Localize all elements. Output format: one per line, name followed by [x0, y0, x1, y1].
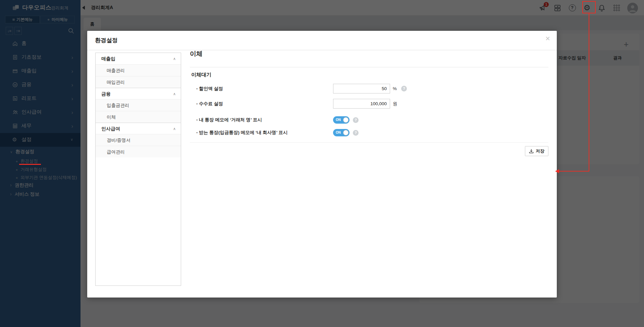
- form-row-my-memo: - 내 통장 메모에 ‘거래처 명’ 표시 ON ?: [190, 115, 548, 125]
- field-label: - 내 통장 메모에 ‘거래처 명’ 표시: [196, 115, 262, 125]
- field-label: - 할인액 설정: [196, 84, 223, 93]
- modal-content: 이체 이체대기 - 할인액 설정 % ? - 수수료 설정 원 - 내 통장 메…: [190, 31, 548, 298]
- unit-label: 원: [393, 99, 397, 109]
- modal-menu-group-sales[interactable]: 매출입: [96, 53, 181, 64]
- save-icon: [529, 149, 534, 153]
- field-label: - 받는 통장(입금통장) 메모에 ‘내 회사명’ 표시: [196, 128, 287, 137]
- title-divider: [190, 67, 548, 67]
- modal-menu-item-expense-cert[interactable]: 경비/증명서: [96, 134, 181, 146]
- save-button-label: 저장: [536, 148, 544, 154]
- annotation-arrowhead: [555, 169, 559, 173]
- form-row-discount: - 할인액 설정 % ?: [190, 84, 548, 94]
- annotation-gear-highlight-rect: [582, 1, 596, 13]
- fee-input[interactable]: [333, 99, 390, 109]
- modal-menu-item-sales-mgmt[interactable]: 매출관리: [96, 64, 181, 76]
- discount-input[interactable]: [333, 84, 390, 93]
- section-title: 이체대기: [191, 72, 211, 78]
- modal-side-menu: 매출입 매출관리 매입관리 금융 입출금관리 이체 인사급여 경비/증명서 급여…: [95, 53, 181, 286]
- modal-menu-item-transfer[interactable]: 이체: [96, 111, 181, 123]
- annotation-vertical-line: [589, 13, 589, 171]
- modal-menu-group-label: 매출입: [101, 56, 115, 61]
- content-divider: [190, 142, 548, 143]
- modal-menu-item-deposit-withdrawal[interactable]: 입출금관리: [96, 99, 181, 111]
- form-row-recipient-memo: - 받는 통장(입금통장) 메모에 ‘내 회사명’ 표시 ON ?: [190, 128, 548, 138]
- unit-label: %: [393, 84, 397, 93]
- modal-menu-item-payroll-mgmt[interactable]: 급여관리: [96, 146, 181, 157]
- modal-menu-group-hr-payroll[interactable]: 인사급여: [96, 123, 181, 134]
- field-label: - 수수료 설정: [196, 99, 223, 109]
- help-icon[interactable]: ?: [401, 86, 407, 91]
- toggle-state-label: ON: [336, 118, 341, 122]
- toggle-knob: [343, 130, 348, 135]
- toggle-knob: [343, 117, 348, 123]
- toggle-my-memo[interactable]: ON: [333, 116, 350, 124]
- annotation-underline-env-settings: [19, 164, 41, 165]
- modal-menu-group-finance[interactable]: 금융: [96, 88, 181, 99]
- content-title: 이체: [190, 50, 203, 58]
- modal-title: 환경설정: [95, 37, 118, 44]
- modal-menu-group-label: 인사급여: [101, 126, 120, 131]
- annotation-horizontal-line: [559, 171, 589, 172]
- modal-menu-group-label: 금융: [101, 91, 111, 96]
- toggle-recipient-memo[interactable]: ON: [333, 129, 350, 136]
- form-row-fee: - 수수료 설정 원: [190, 99, 548, 109]
- save-button[interactable]: 저장: [525, 146, 548, 156]
- toggle-state-label: ON: [336, 131, 341, 134]
- settings-modal: 환경설정 × 매출입 매출관리 매입관리 금융 입출금관리 이체 인사급여 경비…: [87, 31, 557, 298]
- help-icon[interactable]: ?: [353, 117, 359, 123]
- modal-menu-item-purchase-mgmt[interactable]: 매입관리: [96, 76, 181, 88]
- help-icon[interactable]: ?: [353, 130, 359, 136]
